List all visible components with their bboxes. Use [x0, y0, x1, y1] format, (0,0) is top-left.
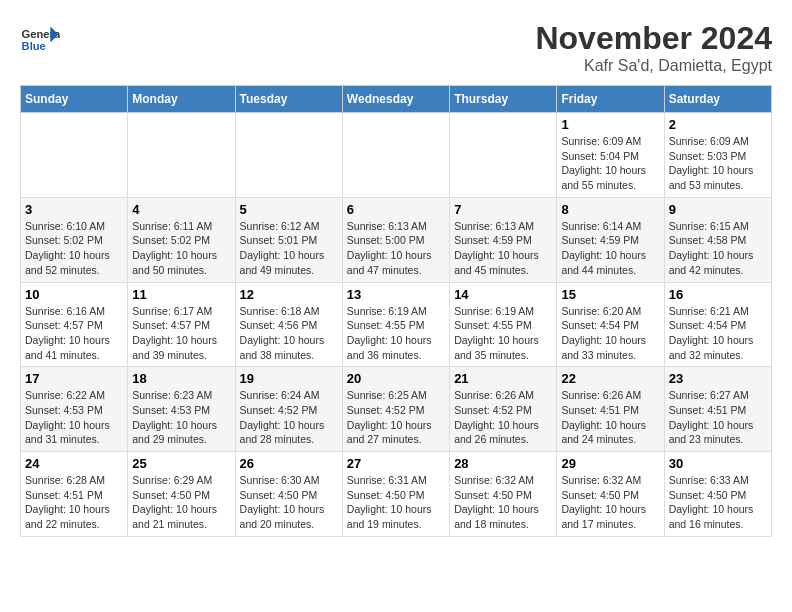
day-info: Sunrise: 6:14 AM Sunset: 4:59 PM Dayligh… [561, 219, 659, 278]
calendar-cell: 15Sunrise: 6:20 AM Sunset: 4:54 PM Dayli… [557, 282, 664, 367]
day-number: 4 [132, 202, 230, 217]
day-number: 3 [25, 202, 123, 217]
day-number: 28 [454, 456, 552, 471]
day-number: 21 [454, 371, 552, 386]
day-number: 19 [240, 371, 338, 386]
calendar-week-row: 17Sunrise: 6:22 AM Sunset: 4:53 PM Dayli… [21, 367, 772, 452]
calendar-cell: 5Sunrise: 6:12 AM Sunset: 5:01 PM Daylig… [235, 197, 342, 282]
calendar-table: SundayMondayTuesdayWednesdayThursdayFrid… [20, 85, 772, 537]
calendar-day-header: Monday [128, 86, 235, 113]
calendar-cell: 28Sunrise: 6:32 AM Sunset: 4:50 PM Dayli… [450, 452, 557, 537]
day-info: Sunrise: 6:12 AM Sunset: 5:01 PM Dayligh… [240, 219, 338, 278]
day-info: Sunrise: 6:09 AM Sunset: 5:03 PM Dayligh… [669, 134, 767, 193]
day-info: Sunrise: 6:26 AM Sunset: 4:51 PM Dayligh… [561, 388, 659, 447]
day-info: Sunrise: 6:11 AM Sunset: 5:02 PM Dayligh… [132, 219, 230, 278]
day-number: 9 [669, 202, 767, 217]
calendar-cell [128, 113, 235, 198]
day-number: 5 [240, 202, 338, 217]
day-info: Sunrise: 6:18 AM Sunset: 4:56 PM Dayligh… [240, 304, 338, 363]
day-info: Sunrise: 6:32 AM Sunset: 4:50 PM Dayligh… [561, 473, 659, 532]
day-info: Sunrise: 6:33 AM Sunset: 4:50 PM Dayligh… [669, 473, 767, 532]
calendar-cell: 6Sunrise: 6:13 AM Sunset: 5:00 PM Daylig… [342, 197, 449, 282]
day-info: Sunrise: 6:21 AM Sunset: 4:54 PM Dayligh… [669, 304, 767, 363]
day-number: 2 [669, 117, 767, 132]
page-title: November 2024 [535, 20, 772, 57]
day-number: 10 [25, 287, 123, 302]
day-info: Sunrise: 6:27 AM Sunset: 4:51 PM Dayligh… [669, 388, 767, 447]
page-subtitle: Kafr Sa'd, Damietta, Egypt [535, 57, 772, 75]
day-info: Sunrise: 6:30 AM Sunset: 4:50 PM Dayligh… [240, 473, 338, 532]
day-number: 14 [454, 287, 552, 302]
calendar-cell: 29Sunrise: 6:32 AM Sunset: 4:50 PM Dayli… [557, 452, 664, 537]
day-number: 30 [669, 456, 767, 471]
day-info: Sunrise: 6:10 AM Sunset: 5:02 PM Dayligh… [25, 219, 123, 278]
day-info: Sunrise: 6:16 AM Sunset: 4:57 PM Dayligh… [25, 304, 123, 363]
calendar-cell: 2Sunrise: 6:09 AM Sunset: 5:03 PM Daylig… [664, 113, 771, 198]
day-number: 11 [132, 287, 230, 302]
calendar-day-header: Wednesday [342, 86, 449, 113]
calendar-cell: 9Sunrise: 6:15 AM Sunset: 4:58 PM Daylig… [664, 197, 771, 282]
day-info: Sunrise: 6:31 AM Sunset: 4:50 PM Dayligh… [347, 473, 445, 532]
calendar-cell: 18Sunrise: 6:23 AM Sunset: 4:53 PM Dayli… [128, 367, 235, 452]
day-number: 20 [347, 371, 445, 386]
calendar-cell: 27Sunrise: 6:31 AM Sunset: 4:50 PM Dayli… [342, 452, 449, 537]
day-number: 15 [561, 287, 659, 302]
day-info: Sunrise: 6:19 AM Sunset: 4:55 PM Dayligh… [347, 304, 445, 363]
calendar-cell: 25Sunrise: 6:29 AM Sunset: 4:50 PM Dayli… [128, 452, 235, 537]
day-info: Sunrise: 6:28 AM Sunset: 4:51 PM Dayligh… [25, 473, 123, 532]
calendar-cell: 10Sunrise: 6:16 AM Sunset: 4:57 PM Dayli… [21, 282, 128, 367]
page-header: General Blue November 2024 Kafr Sa'd, Da… [20, 20, 772, 75]
day-number: 25 [132, 456, 230, 471]
day-info: Sunrise: 6:15 AM Sunset: 4:58 PM Dayligh… [669, 219, 767, 278]
day-number: 12 [240, 287, 338, 302]
calendar-day-header: Tuesday [235, 86, 342, 113]
day-info: Sunrise: 6:22 AM Sunset: 4:53 PM Dayligh… [25, 388, 123, 447]
day-info: Sunrise: 6:17 AM Sunset: 4:57 PM Dayligh… [132, 304, 230, 363]
calendar-cell [21, 113, 128, 198]
day-number: 16 [669, 287, 767, 302]
day-info: Sunrise: 6:32 AM Sunset: 4:50 PM Dayligh… [454, 473, 552, 532]
logo: General Blue [20, 20, 64, 60]
calendar-cell: 7Sunrise: 6:13 AM Sunset: 4:59 PM Daylig… [450, 197, 557, 282]
calendar-cell [450, 113, 557, 198]
calendar-cell: 4Sunrise: 6:11 AM Sunset: 5:02 PM Daylig… [128, 197, 235, 282]
calendar-week-row: 1Sunrise: 6:09 AM Sunset: 5:04 PM Daylig… [21, 113, 772, 198]
day-number: 26 [240, 456, 338, 471]
day-number: 22 [561, 371, 659, 386]
calendar-cell: 26Sunrise: 6:30 AM Sunset: 4:50 PM Dayli… [235, 452, 342, 537]
day-number: 6 [347, 202, 445, 217]
calendar-cell: 14Sunrise: 6:19 AM Sunset: 4:55 PM Dayli… [450, 282, 557, 367]
day-number: 29 [561, 456, 659, 471]
day-info: Sunrise: 6:20 AM Sunset: 4:54 PM Dayligh… [561, 304, 659, 363]
svg-text:Blue: Blue [22, 40, 46, 52]
calendar-cell: 8Sunrise: 6:14 AM Sunset: 4:59 PM Daylig… [557, 197, 664, 282]
calendar-week-row: 10Sunrise: 6:16 AM Sunset: 4:57 PM Dayli… [21, 282, 772, 367]
calendar-week-row: 3Sunrise: 6:10 AM Sunset: 5:02 PM Daylig… [21, 197, 772, 282]
calendar-cell: 12Sunrise: 6:18 AM Sunset: 4:56 PM Dayli… [235, 282, 342, 367]
day-number: 1 [561, 117, 659, 132]
calendar-cell: 1Sunrise: 6:09 AM Sunset: 5:04 PM Daylig… [557, 113, 664, 198]
day-number: 7 [454, 202, 552, 217]
calendar-cell: 23Sunrise: 6:27 AM Sunset: 4:51 PM Dayli… [664, 367, 771, 452]
calendar-cell: 19Sunrise: 6:24 AM Sunset: 4:52 PM Dayli… [235, 367, 342, 452]
calendar-day-header: Sunday [21, 86, 128, 113]
calendar-week-row: 24Sunrise: 6:28 AM Sunset: 4:51 PM Dayli… [21, 452, 772, 537]
title-block: November 2024 Kafr Sa'd, Damietta, Egypt [535, 20, 772, 75]
calendar-cell: 3Sunrise: 6:10 AM Sunset: 5:02 PM Daylig… [21, 197, 128, 282]
day-info: Sunrise: 6:29 AM Sunset: 4:50 PM Dayligh… [132, 473, 230, 532]
day-number: 18 [132, 371, 230, 386]
calendar-day-header: Friday [557, 86, 664, 113]
calendar-day-header: Thursday [450, 86, 557, 113]
calendar-cell: 22Sunrise: 6:26 AM Sunset: 4:51 PM Dayli… [557, 367, 664, 452]
calendar-cell: 16Sunrise: 6:21 AM Sunset: 4:54 PM Dayli… [664, 282, 771, 367]
day-number: 24 [25, 456, 123, 471]
day-info: Sunrise: 6:24 AM Sunset: 4:52 PM Dayligh… [240, 388, 338, 447]
day-number: 27 [347, 456, 445, 471]
calendar-cell: 20Sunrise: 6:25 AM Sunset: 4:52 PM Dayli… [342, 367, 449, 452]
day-info: Sunrise: 6:25 AM Sunset: 4:52 PM Dayligh… [347, 388, 445, 447]
calendar-cell: 30Sunrise: 6:33 AM Sunset: 4:50 PM Dayli… [664, 452, 771, 537]
day-info: Sunrise: 6:09 AM Sunset: 5:04 PM Dayligh… [561, 134, 659, 193]
calendar-cell: 11Sunrise: 6:17 AM Sunset: 4:57 PM Dayli… [128, 282, 235, 367]
calendar-cell: 13Sunrise: 6:19 AM Sunset: 4:55 PM Dayli… [342, 282, 449, 367]
day-info: Sunrise: 6:26 AM Sunset: 4:52 PM Dayligh… [454, 388, 552, 447]
